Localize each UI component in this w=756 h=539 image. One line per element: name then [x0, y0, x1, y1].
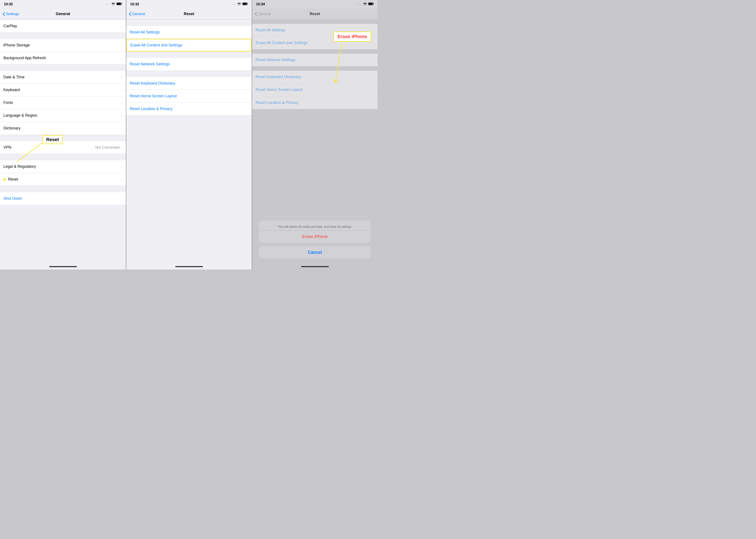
chevron-icon: › — [121, 177, 123, 182]
list-row-reset-homescreen[interactable]: Reset Home Screen Layout — [126, 90, 252, 103]
svg-line-2 — [17, 143, 42, 162]
panel-3: 10:34 ···· General Reset Reset All Setti… — [252, 0, 378, 270]
chevron-icon: › — [121, 24, 123, 28]
erase-iphone-annotation: Erase iPhone — [333, 32, 371, 42]
chevron-icon: › — [121, 75, 123, 79]
separator — [0, 186, 126, 192]
nav-bar-3: General Reset — [252, 9, 378, 20]
separator — [252, 20, 378, 24]
list-row-language[interactable]: Language & Region › — [0, 109, 126, 122]
home-bar-2 — [175, 266, 203, 267]
list-row-p3-homescreen: Reset Home Screen Layout — [252, 83, 378, 96]
wifi-icon-3 — [363, 2, 367, 6]
home-indicator-2 — [126, 264, 252, 270]
nav-bar-2: General Reset — [126, 9, 252, 20]
chevron-icon: › — [121, 164, 123, 169]
separator — [0, 135, 126, 141]
list-row-reset-all[interactable]: Reset All Settings — [126, 26, 252, 39]
home-indicator-1 — [0, 264, 126, 270]
list-row-keyboard[interactable]: Keyboard › — [0, 84, 126, 97]
home-bar-3 — [301, 266, 329, 267]
battery-icon-1 — [117, 2, 122, 6]
signal-dots-icon-3: ···· — [357, 3, 362, 6]
chevron-icon: › — [121, 56, 123, 60]
list-row-p3-network: Reset Network Settings — [252, 54, 378, 66]
chevron-icon: › — [121, 145, 123, 150]
svg-rect-4 — [243, 3, 247, 5]
status-time-1: 10:32 — [4, 2, 13, 6]
list-row-dictionary[interactable]: Dictionary › — [0, 122, 126, 135]
list-row-reset-keyboard[interactable]: Reset Keyboard Dictionary — [126, 77, 252, 90]
cancel-action-button[interactable]: Cancel — [259, 246, 371, 259]
separator — [126, 71, 252, 77]
list-row-iphone-storage[interactable]: iPhone Storage › — [0, 39, 126, 52]
battery-icon-2 — [242, 2, 248, 6]
nav-title-3: Reset — [310, 12, 320, 16]
back-button-1[interactable]: Settings — [3, 12, 19, 16]
erase-iphone-action-button[interactable]: Erase iPhone — [259, 230, 371, 243]
status-bar-2: 10:32 ···· — [126, 0, 252, 9]
chevron-icon: › — [121, 126, 123, 130]
annotation-arrow-1 — [13, 143, 47, 164]
panel-1: 10:32 ···· Settings General CarPlay › iP… — [0, 0, 126, 270]
home-bar-1 — [49, 266, 77, 267]
annotation-dot-reset — [3, 178, 6, 181]
back-button-2[interactable]: General — [129, 12, 145, 16]
svg-line-7 — [336, 42, 342, 80]
status-bar-1: 10:32 ···· — [0, 0, 126, 9]
status-icons-2: ···· — [231, 2, 248, 6]
battery-icon-3 — [368, 2, 374, 6]
list-row-carplay[interactable]: CarPlay › — [0, 20, 126, 33]
chevron-icon: › — [121, 113, 123, 118]
action-sheet: This will delete all media and data, and… — [259, 220, 371, 243]
signal-dots-icon-2: ···· — [231, 3, 236, 6]
separator — [252, 49, 378, 54]
separator — [126, 20, 252, 26]
back-button-3[interactable]: General — [255, 12, 271, 16]
list-row-p3-keyboard: Reset Keyboard Dictionary — [252, 71, 378, 83]
svg-rect-6 — [369, 3, 373, 5]
list-row-datetime[interactable]: Date & Time › — [0, 71, 126, 84]
nav-bar-1: Settings General — [0, 9, 126, 20]
chevron-icon: › — [121, 101, 123, 105]
separator — [0, 64, 126, 71]
action-sheet-message: This will delete all media and data, and… — [259, 220, 371, 230]
erase-iphone-label: Erase iPhone — [333, 32, 371, 42]
chevron-icon: › — [121, 88, 123, 92]
svg-rect-1 — [117, 3, 121, 5]
chevron-icon: › — [121, 43, 123, 47]
wifi-icon-1 — [111, 2, 115, 6]
nav-title-2: Reset — [184, 12, 194, 16]
separator — [252, 66, 378, 71]
list-row-p3-location: Reset Location & Privacy — [252, 96, 378, 109]
action-sheet-container: This will delete all media and data, and… — [256, 217, 374, 262]
status-icons-1: ···· — [106, 2, 122, 6]
home-indicator-3 — [252, 264, 378, 270]
wifi-icon-2 — [237, 2, 241, 6]
signal-dots-icon: ···· — [106, 3, 110, 6]
list-row-reset-location[interactable]: Reset Location & Privacy — [126, 103, 252, 116]
nav-title-1: General — [56, 12, 70, 16]
list-row-erase-all[interactable]: Erase All Content and Settings — [126, 39, 252, 51]
status-bar-3: 10:34 ···· — [252, 0, 378, 9]
status-time-3: 10:34 — [256, 2, 265, 6]
list-row-fonts[interactable]: Fonts › — [0, 97, 126, 109]
status-icons-3: ···· — [357, 2, 374, 6]
list-row-shutdown[interactable]: Shut Down — [0, 192, 126, 205]
status-time-2: 10:32 — [130, 2, 139, 6]
spacer — [252, 109, 378, 217]
erase-annotation-arrow — [331, 42, 353, 85]
separator — [0, 33, 126, 39]
list-row-reset-network[interactable]: Reset Network Settings — [126, 58, 252, 71]
list-row-bg-refresh[interactable]: Background App Refresh › — [0, 52, 126, 64]
panel-2: 10:32 ···· General Reset Reset All Setti… — [126, 0, 252, 270]
reset-annotation: Reset — [42, 135, 63, 144]
separator — [126, 51, 252, 58]
list-row-reset[interactable]: Reset › — [0, 173, 126, 186]
svg-point-8 — [334, 79, 337, 82]
